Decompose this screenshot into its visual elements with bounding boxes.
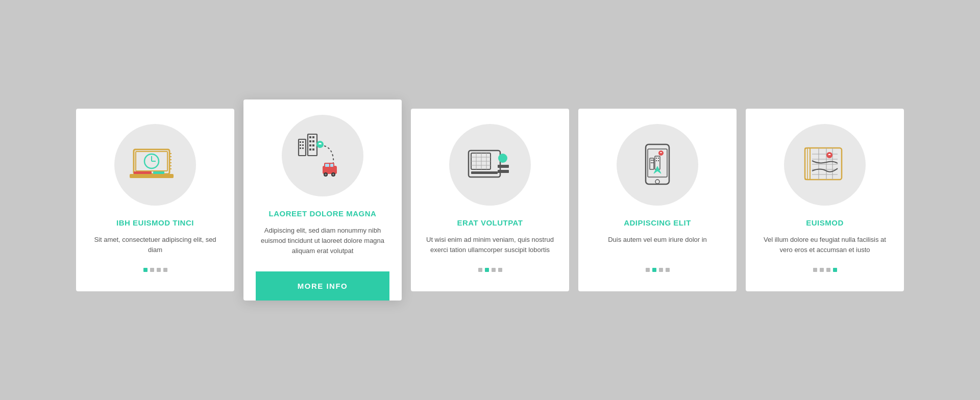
- svg-rect-55: [651, 160, 652, 161]
- svg-rect-15: [300, 141, 301, 143]
- svg-rect-61: [658, 158, 659, 159]
- svg-rect-27: [312, 144, 314, 146]
- svg-rect-51: [471, 171, 498, 174]
- svg-rect-53: [648, 149, 667, 177]
- card-2-title: LAOREET DOLORE MAGNA: [269, 209, 377, 219]
- card-4-dots: [646, 268, 670, 272]
- svg-rect-28: [309, 148, 311, 151]
- svg-point-48: [498, 154, 507, 163]
- phone-map-icon: [634, 142, 680, 188]
- card-4-title: ADIPISCING ELIT: [624, 218, 691, 228]
- dot: [826, 268, 830, 272]
- laptop-clock-icon: [130, 144, 181, 185]
- svg-rect-57: [651, 162, 652, 163]
- card-1: IBH EUISMOD TINCI Sit amet, consectetuer…: [76, 109, 234, 292]
- dot: [820, 268, 824, 272]
- card-5-body: Vel illum dolore eu feugiat nulla facili…: [758, 235, 892, 258]
- icon-circle-4: [617, 124, 698, 206]
- card-2: LAOREET DOLORE MAGNA Adipiscing elit, se…: [243, 99, 402, 301]
- dot: [478, 268, 482, 272]
- svg-point-37: [325, 173, 327, 176]
- svg-rect-20: [302, 147, 304, 149]
- car-navigation-icon: [295, 130, 351, 181]
- svg-rect-22: [309, 136, 311, 138]
- card-2-body: Adipiscing elit, sed diam nonummy nibh e…: [256, 226, 389, 256]
- svg-rect-24: [309, 140, 311, 142]
- card-1-dots: [143, 268, 167, 272]
- svg-point-39: [332, 173, 334, 176]
- icon-circle-2: [282, 115, 363, 196]
- svg-rect-34: [325, 164, 329, 167]
- dot: [157, 268, 161, 272]
- svg-point-67: [655, 180, 659, 184]
- card-4: ADIPISCING ELIT Duis autem vel eum iriur…: [578, 109, 737, 292]
- dot: [646, 268, 650, 272]
- card-1-body: Sit amet, consectetuer adipiscing elit, …: [88, 235, 222, 258]
- card-3-dots: [478, 268, 502, 272]
- svg-rect-29: [312, 148, 314, 151]
- svg-rect-25: [312, 140, 314, 142]
- card-3: ERAT VOLUTPAT Ut wisi enim ad minim veni…: [411, 109, 569, 292]
- dot: [833, 268, 837, 272]
- dot: [150, 268, 154, 272]
- card-3-title: ERAT VOLUTPAT: [457, 218, 523, 228]
- card-5-dots: [813, 268, 837, 272]
- svg-rect-49: [498, 165, 509, 168]
- card-5-title: EUISMOD: [806, 218, 844, 228]
- card-1-title: IBH EUISMOD TINCI: [116, 218, 194, 228]
- svg-rect-35: [330, 164, 333, 167]
- svg-rect-19: [300, 147, 301, 149]
- svg-rect-18: [302, 144, 304, 146]
- dot: [666, 268, 670, 272]
- icon-circle-1: [114, 124, 196, 206]
- svg-rect-7: [153, 171, 164, 174]
- dot: [492, 268, 496, 272]
- card-4-body: Duis autem vel eum iriure dolor in: [608, 235, 707, 258]
- dot: [659, 268, 663, 272]
- card-3-body: Ut wisi enim ad minim veniam, quis nostr…: [423, 235, 557, 258]
- dot: [163, 268, 167, 272]
- card-5: EUISMOD Vel illum dolore eu feugiat null…: [746, 109, 904, 292]
- svg-rect-50: [498, 170, 509, 173]
- dot: [485, 268, 489, 272]
- svg-rect-17: [300, 144, 301, 146]
- more-info-button[interactable]: MORE INFO: [256, 271, 389, 301]
- svg-rect-23: [312, 136, 314, 138]
- dot: [143, 268, 148, 272]
- svg-rect-52: [646, 144, 669, 184]
- cards-container: IBH EUISMOD TINCI Sit amet, consectetuer…: [45, 88, 935, 312]
- svg-rect-26: [309, 144, 311, 146]
- dot: [813, 268, 817, 272]
- icon-circle-5: [784, 124, 866, 206]
- svg-rect-58: [652, 162, 653, 163]
- icon-circle-3: [449, 124, 531, 206]
- gps-device-icon: [466, 144, 514, 185]
- map-book-icon: [801, 143, 849, 186]
- svg-rect-2: [130, 174, 174, 178]
- svg-rect-56: [652, 160, 653, 161]
- dot: [498, 268, 502, 272]
- svg-rect-16: [302, 141, 304, 143]
- svg-rect-63: [658, 160, 659, 161]
- dot: [652, 268, 656, 272]
- svg-rect-6: [134, 171, 152, 174]
- svg-rect-62: [656, 160, 657, 161]
- svg-rect-60: [656, 158, 657, 159]
